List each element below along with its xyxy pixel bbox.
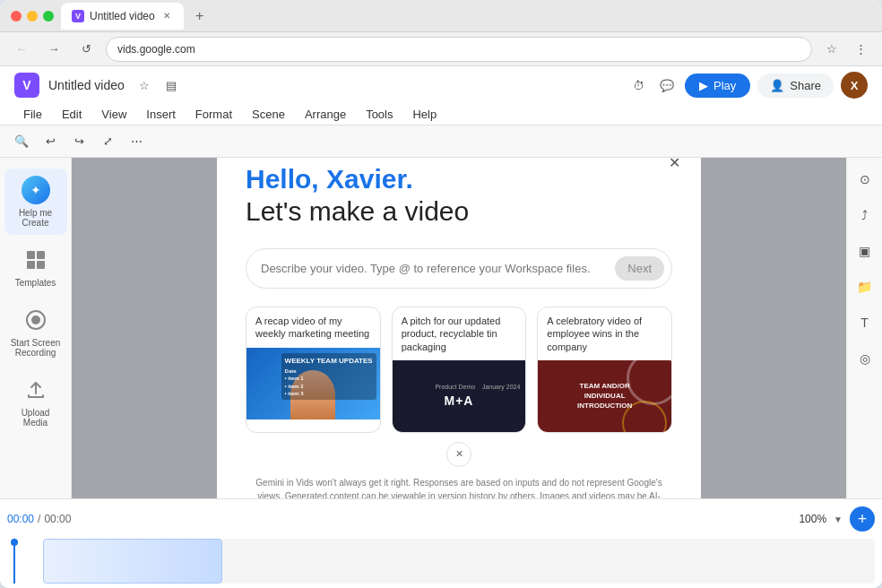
- panel-label-templates: Templates: [15, 278, 56, 288]
- menu-tools[interactable]: Tools: [357, 104, 402, 125]
- tab-bar: V Untitled video ✕ +: [61, 3, 871, 30]
- redo-btn[interactable]: ↪: [66, 129, 91, 154]
- app-logo-letter: V: [22, 78, 30, 92]
- suggestion-label-weekly: A recap video of my weekly marketing mee…: [246, 307, 380, 348]
- svg-point-5: [31, 316, 40, 324]
- new-tab-btn[interactable]: +: [189, 5, 211, 27]
- play-label: Play: [713, 79, 736, 92]
- suggestion-label-celebration: A celebratory video of employee wins in …: [538, 307, 671, 360]
- timeline-track[interactable]: [43, 539, 875, 584]
- right-panel-circle-btn[interactable]: ◎: [851, 344, 879, 373]
- templates-icon: [22, 246, 50, 274]
- right-panel-record-btn[interactable]: ⊙: [851, 165, 879, 194]
- back-btn[interactable]: ←: [9, 37, 34, 62]
- prompt-input[interactable]: [261, 262, 608, 275]
- folder-icon: 📁: [857, 280, 872, 294]
- undo-btn[interactable]: ↩: [38, 129, 63, 154]
- menu-help[interactable]: Help: [403, 104, 445, 125]
- active-tab[interactable]: V Untitled video ✕: [61, 3, 184, 30]
- share-person-icon: 👤: [770, 79, 784, 92]
- right-panel: ⊙ ⤴ ▣ 📁 T ◎: [846, 158, 882, 498]
- share-icon: ⤴: [861, 208, 868, 222]
- zoom-fit-btn[interactable]: ⤢: [95, 129, 120, 154]
- right-panel-folder-btn[interactable]: 📁: [851, 272, 879, 301]
- close-browser-btn[interactable]: [11, 11, 22, 22]
- ai-sparkle-icon: ✦: [22, 176, 50, 204]
- panel-item-ai[interactable]: ✦ Help meCreate: [4, 169, 67, 235]
- suggestion-card-weekly[interactable]: A recap video of my weekly marketing mee…: [246, 307, 381, 433]
- svg-rect-3: [37, 261, 45, 269]
- menu-edit[interactable]: Edit: [53, 104, 91, 125]
- refresh-icon: ↺: [82, 42, 91, 56]
- panel-item-templates[interactable]: Templates: [4, 238, 67, 295]
- svg-rect-0: [27, 251, 35, 259]
- tab-close-btn[interactable]: ✕: [160, 10, 173, 22]
- left-panel: ✦ Help meCreate Templates: [0, 158, 72, 498]
- share-label: Share: [790, 79, 821, 92]
- panel-item-recording[interactable]: Start ScreenRecording: [4, 298, 67, 365]
- maximize-browser-btn[interactable]: [43, 11, 54, 22]
- menu-scene[interactable]: Scene: [243, 104, 294, 125]
- suggestion-card-product[interactable]: A pitch for our updated product, recycla…: [392, 307, 527, 433]
- add-icon: +: [858, 510, 868, 529]
- add-scene-btn[interactable]: +: [850, 506, 875, 532]
- app-container: V Untitled video ☆ ▤ ⏱ 💬 ▶: [0, 66, 882, 588]
- tab-favicon: V: [72, 10, 84, 22]
- toolbar-more-btn[interactable]: ⋯: [124, 129, 149, 154]
- browser-title-bar: V Untitled video ✕ +: [0, 0, 882, 32]
- play-triangle-icon: ▶: [699, 79, 708, 92]
- forward-btn[interactable]: →: [41, 37, 66, 62]
- menu-format[interactable]: Format: [186, 104, 241, 125]
- right-panel-layout-btn[interactable]: ▣: [851, 237, 879, 265]
- next-btn[interactable]: Next: [615, 256, 664, 281]
- minimize-browser-btn[interactable]: [27, 11, 38, 22]
- svg-rect-2: [27, 261, 35, 269]
- star-btn[interactable]: ☆: [134, 74, 155, 96]
- browser-more-icon: ⋮: [855, 42, 867, 56]
- menu-insert[interactable]: Insert: [137, 104, 185, 125]
- refresh-btn[interactable]: ↺: [74, 37, 99, 62]
- modal-greeting-sub: Let's make a video: [246, 196, 672, 227]
- panel-label-upload: UploadMedia: [22, 408, 50, 428]
- menu-view[interactable]: View: [92, 104, 135, 125]
- timeline-needle-area: [7, 539, 22, 584]
- bookmark-btn[interactable]: ☆: [819, 37, 844, 62]
- thumb-product: Product Demo January 2024 M+A: [393, 360, 526, 432]
- menu-file[interactable]: File: [14, 104, 51, 125]
- decoration-circle-1: [627, 360, 671, 405]
- history-btn[interactable]: ⏱: [627, 74, 649, 96]
- search-toolbar-btn[interactable]: 🔍: [9, 129, 34, 154]
- play-btn[interactable]: ▶ Play: [685, 74, 750, 98]
- nav-icons: ☆ ⋮: [819, 37, 873, 62]
- comments-btn[interactable]: 💬: [656, 74, 678, 96]
- comments-icon: 💬: [660, 79, 674, 92]
- drive-btn[interactable]: ▤: [160, 74, 182, 96]
- app-logo: V: [14, 73, 39, 98]
- recording-icon: [22, 306, 50, 334]
- menu-arrange[interactable]: Arrange: [296, 104, 355, 125]
- expand-icon-area: ✕: [246, 442, 672, 467]
- text-icon: T: [860, 316, 869, 330]
- forward-icon: →: [48, 42, 60, 56]
- share-btn[interactable]: 👤 Share: [757, 74, 834, 98]
- suggestions-container: A recap video of my weekly marketing mee…: [246, 307, 672, 433]
- suggestion-card-celebration[interactable]: A celebratory video of employee wins in …: [537, 307, 672, 433]
- panel-item-upload[interactable]: UploadMedia: [4, 368, 67, 435]
- expand-btn[interactable]: ✕: [446, 442, 471, 467]
- browser-more-btn[interactable]: ⋮: [848, 37, 873, 62]
- header-action-btns: ⏱ 💬 ▶ Play 👤 Share X: [627, 72, 868, 99]
- timeline-area: 00:00 / 00:00 100% ▼ +: [0, 498, 882, 588]
- time-separator: /: [38, 513, 40, 525]
- address-bar[interactable]: vids.google.com: [106, 37, 812, 62]
- current-time-text: 00:00: [7, 513, 34, 525]
- prompt-bar[interactable]: Next: [246, 248, 672, 289]
- thumb-product-text: M+A: [445, 393, 474, 408]
- modal-overlay[interactable]: ✕ Hello, Xavier. Let's make a video Next: [72, 158, 846, 498]
- expand-icon: ✕: [455, 448, 463, 460]
- suggestion-label-product: A pitch for our updated product, recycla…: [393, 307, 526, 360]
- avatar[interactable]: X: [841, 72, 868, 99]
- toolbar: 🔍 ↩ ↪ ⤢ ⋯: [0, 125, 882, 158]
- toolbar-more-icon: ⋯: [131, 134, 143, 148]
- right-panel-share-btn[interactable]: ⤴: [851, 201, 879, 229]
- right-panel-text-btn[interactable]: T: [851, 308, 879, 337]
